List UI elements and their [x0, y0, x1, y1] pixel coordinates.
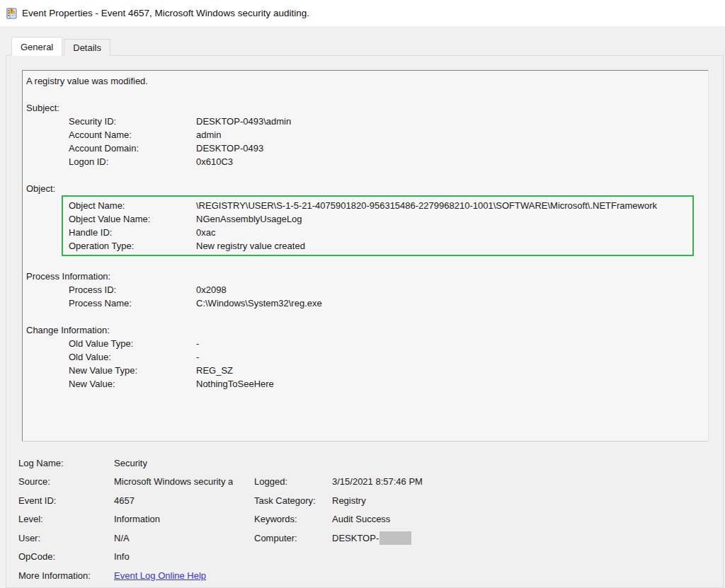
field-value: REG_SZ	[196, 364, 702, 377]
summary-value: 4657	[114, 495, 135, 506]
summary-value: Audit Success	[332, 514, 390, 524]
field-value: NothingToSeeHere	[196, 377, 702, 391]
section-header: Change Information:	[26, 323, 702, 337]
section-rows: Process ID:0x2098Process Name:C:\Windows…	[26, 283, 702, 310]
summary-row: Logged:3/15/2021 8:57:46 PM	[254, 473, 502, 492]
field-label: Handle ID:	[69, 226, 196, 239]
field-row: New Value Type:REG_SZ	[26, 364, 702, 377]
summary-label: Computer:	[254, 533, 332, 543]
summary-label: User:	[18, 533, 114, 543]
field-row: Account Name:admin	[26, 128, 702, 142]
summary-value: N/A	[114, 533, 130, 543]
event-log-online-help-link[interactable]: Event Log Online Help	[114, 570, 206, 581]
event-summary-grid: Log Name:SecuritySource:Microsoft Window…	[18, 454, 716, 585]
summary-value: Security	[114, 458, 147, 468]
summary-row: Computer:DESKTOP-	[254, 529, 502, 548]
summary-value: Registry	[332, 495, 366, 506]
field-value: 0xac	[196, 226, 692, 239]
field-row: Process ID:0x2098	[26, 283, 702, 296]
summary-value: DESKTOP-	[332, 533, 379, 543]
field-row: Process Name:C:\Windows\System32\reg.exe	[26, 296, 702, 310]
field-row: New Value:NothingToSeeHere	[26, 377, 702, 391]
field-label: Operation Type:	[69, 239, 196, 253]
section-header: Subject:	[26, 101, 702, 115]
summary-label: OpCode:	[18, 551, 114, 562]
field-row: Handle ID:0xac	[63, 226, 692, 239]
field-label: Logon ID:	[69, 155, 196, 168]
field-row: Security ID:DESKTOP-0493\admin	[26, 115, 702, 128]
summary-row: Task Category:Registry	[254, 491, 502, 510]
summary-label: Keywords:	[254, 514, 332, 524]
field-value: \REGISTRY\USER\S-1-5-21-4075901820-95631…	[196, 199, 692, 212]
field-label: Process Name:	[69, 296, 196, 310]
summary-row: More Information:Event Log Online Help	[18, 566, 716, 585]
field-row: Object Name:\REGISTRY\USER\S-1-5-21-4075…	[63, 199, 692, 212]
section-rows: Security ID:DESKTOP-0493\adminAccount Na…	[26, 115, 702, 168]
field-label: Process ID:	[69, 283, 196, 296]
event-log-icon	[6, 7, 18, 19]
general-tab-page: A registry value was modified. Subject:S…	[6, 55, 724, 588]
window-title: Event Properties - Event 4657, Microsoft…	[22, 8, 309, 18]
field-value: New registry value created	[196, 239, 692, 253]
blank-line	[26, 168, 702, 182]
field-row: Operation Type:New registry value create…	[63, 239, 692, 253]
event-description-intro: A registry value was modified.	[26, 74, 702, 88]
field-row: Logon ID:0x610C3	[26, 155, 702, 168]
field-row: Object Value Name:NGenAssemblyUsageLog	[63, 212, 692, 226]
field-label: Old Value:	[69, 350, 196, 364]
field-label: Account Name:	[69, 128, 196, 142]
section-header: Process Information:	[26, 270, 702, 283]
field-row: Old Value:-	[26, 350, 702, 364]
tab-strip: General Details	[11, 37, 110, 56]
field-label: Security ID:	[69, 115, 196, 128]
field-row: Old Value Type:-	[26, 337, 702, 350]
summary-label: More Information:	[18, 570, 114, 581]
summary-value: Info	[114, 551, 130, 562]
field-value: admin	[196, 128, 702, 142]
blank-line	[26, 256, 702, 270]
section-rows: Old Value Type:-Old Value:-New Value Typ…	[26, 337, 702, 391]
field-value: DESKTOP-0493\admin	[196, 115, 702, 128]
blank-line	[26, 310, 702, 323]
field-value: DESKTOP-0493	[196, 142, 702, 155]
summary-right-column: Logged:3/15/2021 8:57:46 PMTask Category…	[254, 473, 502, 548]
description-sections: Subject:Security ID:DESKTOP-0493\adminAc…	[26, 88, 702, 391]
summary-value: 3/15/2021 8:57:46 PM	[332, 476, 423, 487]
field-label: Old Value Type:	[69, 337, 196, 350]
field-value: -	[196, 350, 702, 364]
field-row: Account Domain:DESKTOP-0493	[26, 142, 702, 155]
field-value: C:\Windows\System32\reg.exe	[196, 296, 702, 310]
event-description-box[interactable]: A registry value was modified. Subject:S…	[22, 70, 709, 442]
field-label: Account Domain:	[69, 142, 196, 155]
field-value: -	[196, 337, 702, 350]
summary-label: Event ID:	[18, 495, 114, 506]
highlight-box: Object Name:\REGISTRY\USER\S-1-5-21-4075…	[62, 195, 694, 256]
field-label: Object Name:	[69, 199, 196, 212]
summary-label: Log Name:	[18, 458, 114, 468]
summary-row: Log Name:Security	[18, 454, 716, 473]
summary-value: Information	[114, 514, 160, 524]
summary-label: Task Category:	[254, 495, 332, 506]
field-value: NGenAssemblyUsageLog	[196, 212, 692, 226]
window-titlebar: Event Properties - Event 4657, Microsoft…	[0, 0, 725, 26]
blank-line	[26, 88, 702, 101]
field-value: 0x2098	[196, 283, 702, 296]
tab-general[interactable]: General	[11, 37, 62, 56]
field-label: New Value:	[69, 377, 196, 391]
summary-label: Logged:	[254, 476, 332, 487]
redaction-box	[379, 531, 411, 545]
section-header: Object:	[26, 182, 702, 195]
field-label: Object Value Name:	[69, 212, 196, 226]
field-label: New Value Type:	[69, 364, 196, 377]
tab-details[interactable]: Details	[64, 39, 110, 56]
summary-row: OpCode:Info	[18, 548, 716, 567]
summary-row: Keywords:Audit Success	[254, 510, 502, 529]
summary-value: Microsoft Windows security a	[114, 476, 233, 487]
field-value: 0x610C3	[196, 155, 702, 168]
summary-label: Level:	[18, 514, 114, 524]
summary-label: Source:	[18, 476, 114, 487]
